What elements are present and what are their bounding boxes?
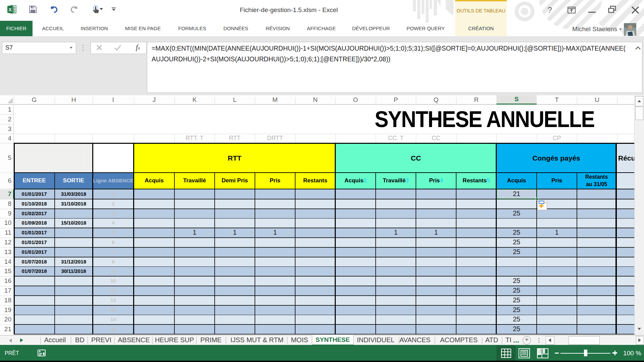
svg-text:X: X xyxy=(8,7,12,12)
